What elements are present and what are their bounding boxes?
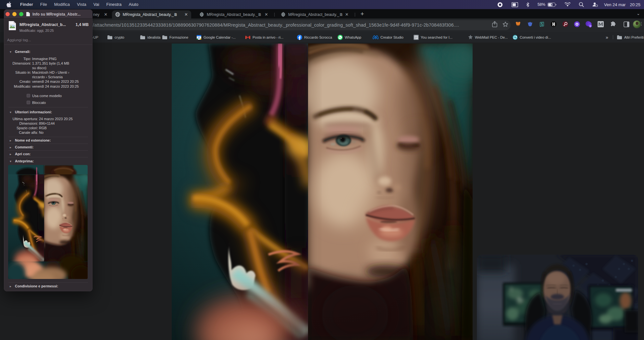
svg-text:31: 31 [198, 36, 201, 39]
svg-text:5: 5 [590, 25, 591, 27]
